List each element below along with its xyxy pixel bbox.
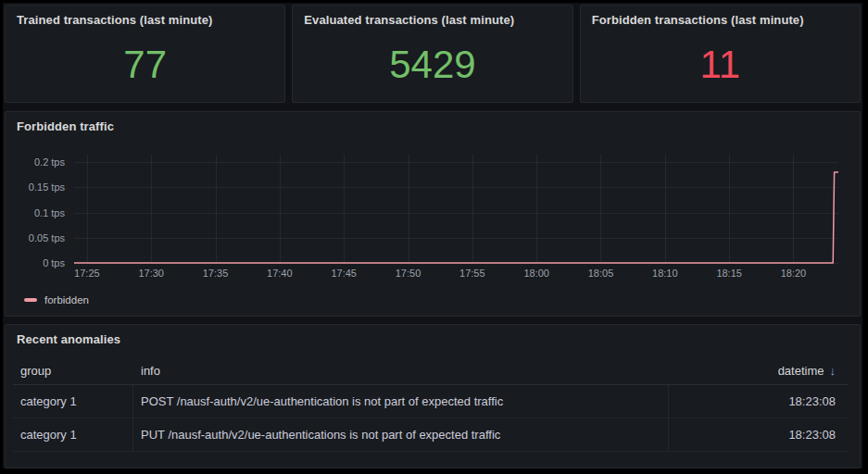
- panel-title[interactable]: Trained transactions (last minute): [6, 6, 284, 27]
- stat-panels-row: Trained transactions (last minute) 77 Ev…: [5, 5, 861, 103]
- cell-info: POST /nausf-auth/v2/ue-authentication is…: [133, 385, 669, 418]
- x-tick-label: 18:20: [781, 268, 807, 279]
- x-tick-label: 17:55: [459, 268, 485, 279]
- y-tick-label: 0 tps: [43, 257, 65, 268]
- column-header-group[interactable]: group: [13, 359, 133, 384]
- x-tick-label: 18:10: [652, 268, 678, 279]
- table-row: category 1 PUT /nausf-auth/v2/ue-authent…: [13, 418, 849, 452]
- legend-label: forbidden: [44, 294, 89, 306]
- anomalies-table: group info datetime↓ category 1 POST /na…: [13, 359, 849, 452]
- stat-panel-trained: Trained transactions (last minute) 77: [5, 5, 285, 103]
- stat-value-evaluated: 5429: [293, 28, 572, 102]
- stat-value-forbidden: 11: [581, 28, 860, 102]
- panel-title[interactable]: Forbidden traffic: [6, 112, 860, 133]
- chart-x-axis-labels: 17:2517:3017:3517:4017:4517:5017:5518:00…: [74, 268, 838, 282]
- cell-datetime: 18:23:08: [669, 418, 849, 451]
- stat-panel-forbidden: Forbidden transactions (last minute) 11: [580, 5, 861, 103]
- x-tick-label: 18:05: [588, 268, 614, 279]
- column-header-info[interactable]: info: [133, 359, 669, 384]
- table-header: group info datetime↓: [13, 359, 849, 385]
- x-tick-label: 17:50: [396, 268, 421, 279]
- stat-panel-evaluated: Evaluated transactions (last minute) 542…: [292, 5, 572, 103]
- y-tick-label: 0.05 tps: [29, 232, 65, 243]
- y-tick-label: 0.2 tps: [34, 156, 65, 168]
- dashboard: Trained transactions (last minute) 77 Ev…: [3, 3, 862, 468]
- x-tick-label: 18:15: [716, 268, 742, 279]
- forbidden-traffic-chart-panel: Forbidden traffic 0 tps0.05 tps0.1 tps0.…: [5, 111, 861, 317]
- cell-group: category 1: [13, 385, 133, 418]
- panel-title[interactable]: Evaluated transactions (last minute): [293, 6, 572, 27]
- panel-title[interactable]: Recent anomalies: [6, 325, 860, 346]
- chart-legend-item-forbidden[interactable]: forbidden: [24, 294, 89, 306]
- chart-plot-area[interactable]: [74, 155, 838, 263]
- panel-title[interactable]: Forbidden transactions (last minute): [581, 6, 860, 27]
- table-body: category 1 POST /nausf-auth/v2/ue-authen…: [13, 385, 849, 452]
- cell-datetime: 18:23:08: [669, 385, 849, 418]
- column-header-datetime[interactable]: datetime↓: [669, 359, 849, 384]
- legend-series-color-icon: [24, 298, 37, 302]
- x-tick-label: 17:35: [203, 268, 229, 279]
- x-tick-label: 17:25: [74, 268, 100, 279]
- x-tick-label: 17:45: [331, 268, 357, 279]
- y-tick-label: 0.1 tps: [34, 207, 65, 218]
- recent-anomalies-panel: Recent anomalies group info datetime↓ ca…: [5, 324, 861, 468]
- x-tick-label: 17:40: [267, 268, 293, 279]
- x-tick-label: 18:00: [523, 268, 549, 279]
- stat-value-trained: 77: [6, 28, 284, 102]
- chart-y-axis-labels: 0 tps0.05 tps0.1 tps0.15 tps0.2 tps: [6, 155, 65, 263]
- table-row: category 1 POST /nausf-auth/v2/ue-authen…: [13, 385, 849, 418]
- sort-desc-icon: ↓: [830, 364, 837, 378]
- cell-info: PUT /nausf-auth/v2/ue-authentications is…: [133, 418, 669, 451]
- x-tick-label: 17:30: [138, 268, 164, 279]
- cell-group: category 1: [13, 418, 133, 451]
- y-tick-label: 0.15 tps: [29, 181, 65, 193]
